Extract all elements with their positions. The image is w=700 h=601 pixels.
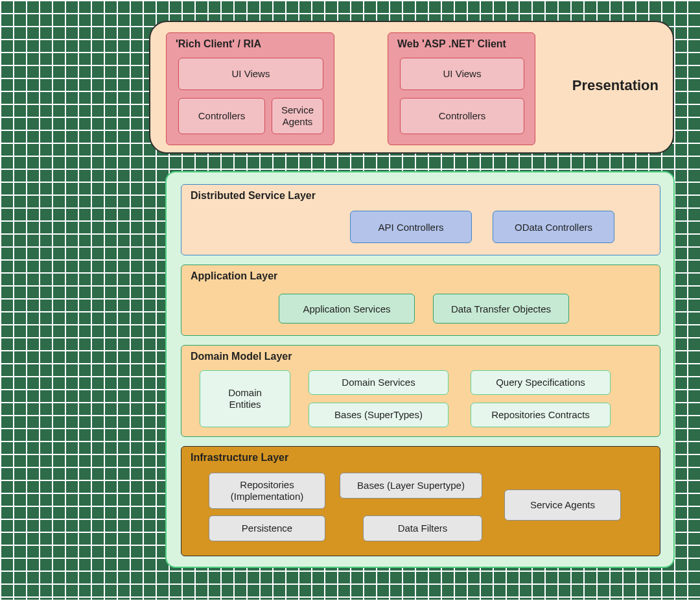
persistence-box: Persistence: [209, 515, 325, 541]
rich-client-controllers: Controllers: [178, 98, 265, 134]
infrastructure-title: Infrastructure Layer: [191, 452, 288, 464]
domain-title: Domain Model Layer: [191, 351, 292, 362]
domain-entities-box: Domain Entities: [200, 370, 290, 427]
backend-container: Distributed Service Layer API Controller…: [165, 171, 675, 568]
presentation-title: Presentation: [572, 77, 659, 94]
infrastructure-layer: Infrastructure Layer Repositories (Imple…: [181, 446, 660, 556]
api-controllers-box: API Controllers: [350, 211, 472, 243]
bases-supertypes-box: Bases (SuperTypes): [309, 403, 449, 427]
web-client-title: Web 'ASP .NET' Client: [397, 38, 506, 50]
repositories-implementation-box: Repositories (Implementation): [209, 473, 325, 509]
query-specifications-box: Query Specifications: [471, 370, 611, 395]
application-layer: Application Layer Application Services D…: [181, 265, 660, 336]
presentation-layer: Presentation 'Rich Client' / RIA UI View…: [149, 21, 674, 154]
rich-client-group: 'Rich Client' / RIA UI Views Controllers…: [166, 32, 334, 145]
distributed-title: Distributed Service Layer: [191, 190, 316, 202]
domain-model-layer: Domain Model Layer Domain Entities Domai…: [181, 345, 660, 437]
web-client-group: Web 'ASP .NET' Client UI Views Controlle…: [388, 32, 535, 145]
bases-layer-supertype-box: Bases (Layer Supertype): [340, 473, 482, 499]
infrastructure-service-agents-box: Service Agents: [504, 489, 621, 521]
distributed-service-layer: Distributed Service Layer API Controller…: [181, 184, 660, 255]
repositories-contracts-box: Repositories Contracts: [471, 403, 611, 427]
application-services-box: Application Services: [279, 294, 415, 324]
odata-controllers-box: OData Controllers: [493, 211, 614, 243]
data-filters-box: Data Filters: [363, 515, 482, 541]
rich-client-title: 'Rich Client' / RIA: [176, 38, 261, 50]
rich-client-ui-views: UI Views: [178, 58, 323, 90]
application-title: Application Layer: [191, 270, 277, 282]
web-client-controllers: Controllers: [400, 98, 524, 134]
dtos-box: Data Transfer Objectes: [433, 294, 569, 324]
domain-services-box: Domain Services: [309, 370, 449, 395]
rich-client-service-agents: Service Agents: [272, 98, 323, 134]
web-client-ui-views: UI Views: [400, 58, 524, 90]
